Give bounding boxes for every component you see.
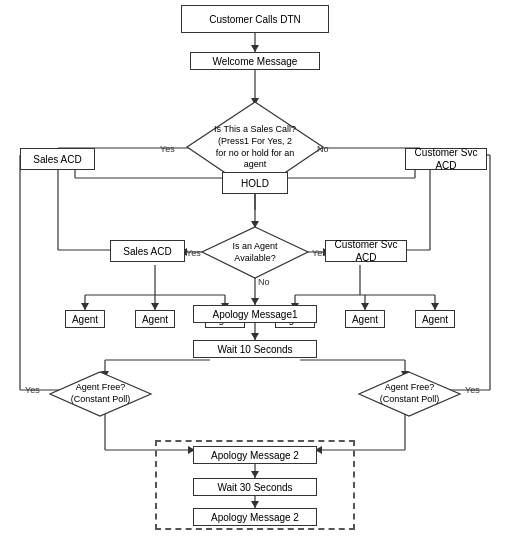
welcome-message-box: Welcome Message [190,52,320,70]
wait-10-box: Wait 10 Seconds [193,340,317,358]
sales-acd-top-box: Sales ACD [20,148,95,170]
cust-svc-acd-mid-box: Customer Svc ACD [325,240,407,262]
hold-box: HOLD [222,172,288,194]
agent-available-diamond: Is an Agent Available? [200,225,310,280]
yes-free-left-label: Yes [25,385,40,395]
agent-right-3: Agent [415,310,455,328]
svg-marker-34 [361,303,369,310]
flowchart: Customer Calls DTN Welcome Message Is Th… [0,0,510,537]
yes-agent-left-label: Yes [186,248,201,258]
sales-acd-mid-box: Sales ACD [110,240,185,262]
apology-message-1-box: Apology Message1 [193,305,317,323]
svg-marker-20 [251,298,259,305]
svg-marker-24 [81,303,89,310]
no-right-label: No [317,144,329,154]
no-agent-label: No [258,277,270,287]
apology-message-2a-box: Apology Message 2 [193,446,317,464]
agent-free-right-diamond: Agent Free? (Constant Poll) [357,370,462,418]
cust-svc-acd-top-box: Customer Svc ACD [405,148,487,170]
svg-marker-38 [251,333,259,340]
agent-left-1: Agent [65,310,105,328]
apology-message-2b-box: Apology Message 2 [193,508,317,526]
yes-left-label: Yes [160,144,175,154]
agent-left-2: Agent [135,310,175,328]
customer-calls-box: Customer Calls DTN [181,5,329,33]
svg-marker-1 [251,45,259,52]
svg-marker-26 [151,303,159,310]
wait-30-box: Wait 30 Seconds [193,478,317,496]
agent-free-left-diamond: Agent Free? (Constant Poll) [48,370,153,418]
yes-free-right-label: Yes [465,385,480,395]
agent-right-2: Agent [345,310,385,328]
svg-marker-36 [431,303,439,310]
